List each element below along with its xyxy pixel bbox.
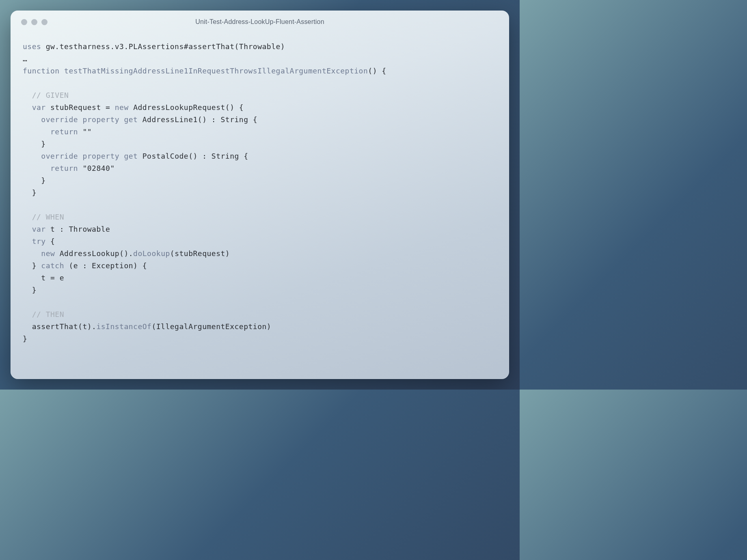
close-dot-icon[interactable] <box>21 19 27 25</box>
traffic-lights <box>21 19 47 25</box>
code-window: Unit-Test-Address-LookUp-Fluent-Assertio… <box>11 11 509 379</box>
titlebar: Unit-Test-Address-LookUp-Fluent-Assertio… <box>11 11 509 33</box>
window-title: Unit-Test-Address-LookUp-Fluent-Assertio… <box>11 18 509 26</box>
code-content: uses gw.testharness.v3.PLAssertions#asse… <box>11 33 509 379</box>
minimize-dot-icon[interactable] <box>31 19 37 25</box>
zoom-dot-icon[interactable] <box>41 19 47 25</box>
